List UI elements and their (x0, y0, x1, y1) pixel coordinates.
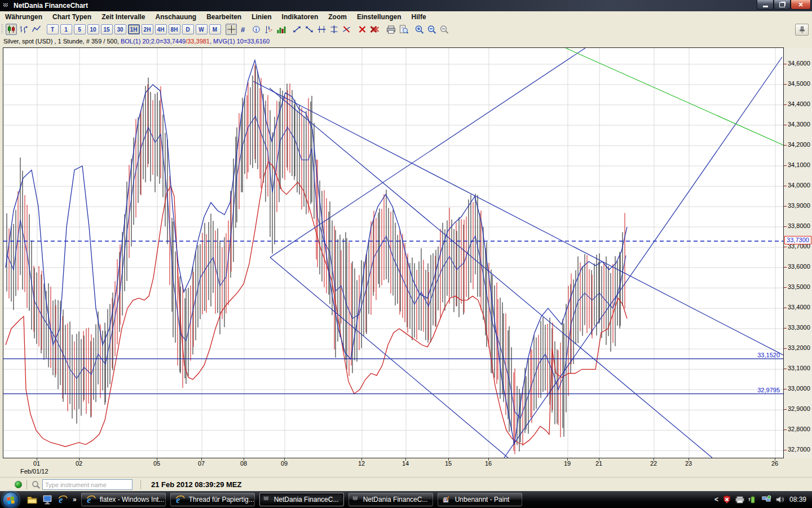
info-segment: BOL(1) 20;2.0=33,7449 (121, 38, 186, 45)
tray-chevron[interactable]: < (714, 496, 718, 503)
taskbar-task-unbenannt-paint[interactable]: Unbenannt - Paint (438, 493, 522, 506)
trendline-down-button[interactable] (303, 24, 315, 35)
price-label-button[interactable]: 1 (263, 24, 274, 35)
line-chart-button[interactable] (30, 24, 42, 35)
interval-button-4h[interactable]: 4H (155, 24, 167, 34)
interval-button-d[interactable]: D (182, 24, 194, 34)
speaker-icon[interactable] (775, 495, 784, 504)
interval-button-w[interactable]: W (196, 24, 208, 34)
menu-item-bearbeiten[interactable]: Bearbeiten (201, 12, 246, 22)
price-tick-label: 34,3000 (788, 121, 810, 128)
trendline-remove-button[interactable] (341, 24, 352, 35)
interval-button-8h[interactable]: 8H (169, 24, 180, 34)
crosshair-button[interactable] (226, 24, 237, 35)
svg-text:#: # (240, 25, 245, 34)
ohlc-chart-button[interactable] (18, 24, 29, 35)
date-tick-label: 22 (650, 460, 657, 467)
date-tick-label: 09 (281, 460, 288, 467)
print-preview-button[interactable] (398, 24, 409, 35)
interval-button-1[interactable]: 1 (60, 24, 72, 34)
price-axis[interactable]: 34,600034,500034,400034,300034,200034,10… (784, 47, 812, 458)
price-tick-label: 34,5000 (788, 80, 810, 87)
start-button[interactable] (2, 492, 19, 508)
quicklaunch-desktop-icon[interactable] (42, 494, 53, 505)
interval-button-10[interactable]: 10 (87, 24, 99, 34)
date-tick-label: 07 (198, 460, 205, 467)
security-shield-icon[interactable] (722, 495, 731, 504)
volume-button[interactable] (275, 24, 286, 35)
interval-group: T151015301H2H4H8HDWM (46, 24, 222, 34)
menu-item-chart-typen[interactable]: Chart Typen (47, 12, 96, 22)
interval-button-5[interactable]: 5 (74, 24, 86, 34)
price-tick-label: 34,0000 (788, 182, 810, 189)
date-tick-label: 01 (33, 460, 40, 467)
desktop: NetDania FinanceChart ✕ WährungenChart T… (0, 0, 812, 508)
zoom-out-button[interactable] (426, 24, 437, 35)
print-button[interactable] (385, 24, 396, 35)
menu-bar: WährungenChart TypenZeit IntervalleAnsch… (0, 11, 812, 23)
price-chart: 33,152032,9795 (3, 48, 783, 458)
network-icon[interactable] (761, 495, 771, 504)
interval-button-2h[interactable]: 2H (142, 24, 153, 34)
restore-button[interactable] (774, 0, 791, 10)
info-segment: Silver, spot (USD) , 1 Stunde, # 359 / 5… (3, 38, 121, 45)
menu-item-einstellungen[interactable]: Einstellungen (352, 12, 407, 22)
zoom-reset-button[interactable] (438, 24, 449, 35)
interval-button-t[interactable]: T (47, 24, 59, 34)
date-tick-label: 23 (685, 460, 692, 467)
menu-item-linien[interactable]: Linien (246, 12, 276, 22)
interval-button-m[interactable]: M (209, 24, 221, 34)
ie-icon: e (85, 494, 96, 505)
menu-item-indikatoren[interactable]: Indikatoren (277, 12, 324, 22)
price-tick-label: 34,6000 (788, 60, 810, 67)
ie-icon: e (174, 494, 186, 505)
taskbar-task-netdania-financec-[interactable]: NetDania FinanceC... (348, 493, 433, 506)
interval-button-15[interactable]: 15 (101, 24, 113, 34)
info-button[interactable]: i (250, 24, 262, 35)
minimize-button[interactable] (757, 0, 774, 10)
interval-button-1h[interactable]: 1H (128, 24, 140, 34)
trendline-up-button[interactable] (291, 24, 302, 35)
quicklaunch-ie-icon[interactable]: e (57, 494, 68, 505)
candlestick-chart-button[interactable] (6, 24, 17, 35)
price-tick-label: 33,4000 (788, 304, 810, 310)
taskbar: e » eflatex - Windows Int...eThread für … (0, 491, 812, 508)
task-label: Unbenannt - Paint (455, 496, 510, 503)
paint-icon (442, 495, 452, 504)
toolbar-grip[interactable] (1, 24, 3, 34)
instrument-search-input[interactable] (42, 479, 133, 490)
printer-icon[interactable] (735, 495, 744, 504)
interval-button-30[interactable]: 30 (114, 24, 126, 34)
system-tray: < 08:39 (714, 491, 810, 508)
taskbar-task-thread-f-r-papiertig-[interactable]: eThread für Papiertig... (170, 493, 255, 506)
menu-item-zoom[interactable]: Zoom (323, 12, 352, 22)
price-tick-label: 33,5000 (788, 283, 810, 290)
delete-all-lines-button[interactable] (369, 24, 381, 35)
menu-item-hilfe[interactable]: Hilfe (407, 12, 431, 22)
taskbar-task-netdania-financec-[interactable]: NetDania FinanceC... (259, 493, 344, 506)
price-tick-label: 33,1000 (788, 365, 810, 371)
app-icon (3, 2, 10, 10)
price-tick-label: 34,1000 (788, 161, 810, 168)
menu-item-währungen[interactable]: Währungen (0, 12, 47, 22)
date-tick-label: 02 (76, 460, 82, 467)
quicklaunch-folder-icon[interactable] (27, 494, 38, 505)
info-segment: /33,3981 (186, 38, 210, 45)
taskbar-task-flatex-windows-int-[interactable]: eflatex - Windows Int... (81, 493, 166, 506)
trendline-horizontal-button[interactable] (316, 24, 327, 35)
delete-line-button[interactable] (356, 24, 368, 35)
pin-toolbar-button[interactable] (795, 24, 809, 36)
date-tick-label: 05 (153, 460, 160, 467)
battery-icon[interactable] (748, 495, 757, 504)
quicklaunch-overflow-chevron[interactable]: » (73, 496, 77, 503)
zoom-in-button[interactable] (413, 24, 425, 35)
trendline-vertical-button[interactable] (328, 24, 339, 35)
price-tick-label: 32,7000 (788, 446, 810, 453)
svg-text:1: 1 (267, 25, 270, 30)
menu-item-anschauung[interactable]: Anschauung (151, 12, 202, 22)
menu-item-zeit-intervalle[interactable]: Zeit Intervalle (96, 12, 150, 22)
close-button[interactable]: ✕ (791, 0, 811, 10)
grid-button[interactable]: # (238, 24, 249, 35)
chart-plot[interactable]: 33,152032,9795 (3, 47, 784, 458)
date-tick-label: 26 (771, 460, 778, 467)
